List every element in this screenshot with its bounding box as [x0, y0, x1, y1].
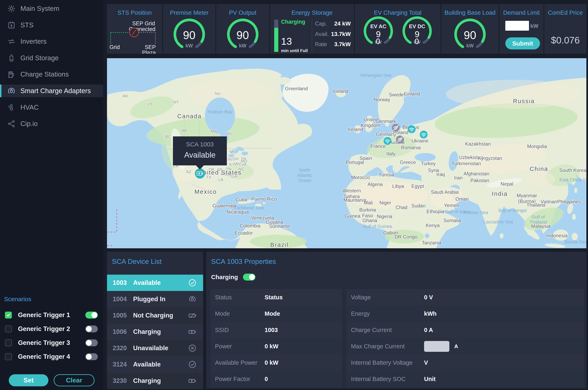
divider — [312, 20, 312, 52]
property-value: V — [424, 359, 428, 366]
sidebar-item-smart-charge-adapters[interactable]: Smart Charge Adapters — [0, 85, 103, 97]
map-label: Mexico — [194, 188, 217, 195]
scenario-checkbox[interactable] — [5, 353, 12, 360]
map-label: Afghanistan — [463, 171, 489, 176]
sidebar-item-grid-storage[interactable]: Grid Storage — [0, 52, 103, 64]
device-status: Charging — [133, 377, 161, 385]
map-label: Libya — [392, 183, 404, 189]
map-label: Caribbean Sea — [233, 205, 264, 210]
scenario-row: Generic Trigger 3 — [0, 337, 103, 348]
scenario-checkbox[interactable] — [5, 326, 12, 332]
device-id: 1006 — [113, 328, 133, 336]
building-gauge: 90 kW — [452, 17, 488, 52]
map-tooltip: SCA 1003 Available — [173, 136, 227, 165]
device-id: 1005 — [113, 312, 133, 319]
map-label: Kazakhstan — [465, 141, 491, 146]
scenario-checkbox[interactable] — [5, 312, 12, 319]
scenario-toggle[interactable] — [85, 353, 98, 360]
scenario-label: Generic Trigger 3 — [18, 339, 85, 346]
set-button[interactable]: Set — [9, 374, 48, 386]
device-row-1006[interactable]: 1006Charging — [107, 324, 203, 340]
map-label: Banda Sea — [565, 239, 586, 244]
scenario-row: Generic Trigger 2 — [0, 323, 103, 335]
svg-text:Plaza: Plaza — [142, 49, 156, 54]
device-row-2320[interactable]: 2320Unavailable — [107, 340, 203, 356]
device-row-1004[interactable]: 1004Plugged In — [107, 291, 203, 307]
map-label: Turkey — [421, 161, 436, 166]
sca-properties-panel: SCA 1003 Properties Charging StatusStatu… — [206, 252, 586, 389]
card-ev-charging-total: EV Charging Total EV AC9kW0EV DC9kW0 — [355, 4, 441, 54]
map-marker-wifi[interactable] — [420, 131, 428, 139]
property-row: Voltage0 V — [347, 289, 584, 305]
map-marker-wifi[interactable] — [384, 137, 392, 145]
property-label: Charge Current — [351, 327, 392, 334]
map-label: Gulf of Guinea — [363, 224, 392, 229]
property-row: Charge Current0 A — [347, 322, 584, 338]
map-label: MB — [211, 129, 217, 134]
map-label: Philippines — [557, 199, 581, 204]
scenario-toggle[interactable] — [85, 312, 98, 319]
map-marker-nowifi[interactable] — [392, 124, 400, 132]
demand-limit-input[interactable] — [505, 21, 529, 31]
card-premise-meter: Premise Meter 90 kW — [163, 4, 215, 54]
card-title: PV Output — [216, 9, 269, 16]
sidebar-item-label: Charge Stations — [20, 70, 69, 78]
map-label: NU — [215, 91, 221, 96]
device-row-3230[interactable]: 3230Charging — [107, 373, 203, 389]
card-energy-storage: Energy Storage Charging 13 min until Ful… — [270, 4, 354, 54]
device-id: 3124 — [113, 361, 133, 368]
card-demand-limit: Demand Limit kW Submit — [499, 4, 543, 54]
sidebar-item-inverters[interactable]: Inverters — [0, 35, 103, 48]
sidebar-item-hvac[interactable]: HVAC — [0, 101, 103, 114]
pv-gauge: 90 kW — [225, 17, 260, 52]
property-label: SSID — [215, 327, 229, 334]
gauge-unit: kW — [452, 43, 488, 49]
charging-toggle[interactable] — [243, 274, 255, 281]
max-charge-current-input[interactable] — [424, 341, 449, 352]
storage-detail-row: Cap.24 kW — [315, 20, 351, 27]
property-label: Internal Battery Voltage — [351, 359, 412, 366]
svg-text:SEP: SEP — [145, 44, 156, 50]
map-label: WV — [234, 161, 241, 166]
device-status: Available — [133, 279, 161, 287]
map-marker-nowifi[interactable] — [396, 136, 404, 144]
card-building-base-load: Building Base Load 90 kW — [441, 4, 498, 54]
gauge-value: 90 — [452, 29, 488, 42]
property-value: Unit — [424, 376, 436, 383]
device-row-1003[interactable]: 1003Available — [107, 275, 203, 291]
map-label: Puerto Rico — [251, 196, 277, 202]
sidebar-item-sts[interactable]: STS — [0, 19, 103, 31]
map-label: Ethiopia — [426, 209, 444, 214]
scenario-checkbox[interactable] — [5, 339, 12, 346]
submit-button[interactable]: Submit — [505, 37, 540, 49]
map-label: Guatemala — [213, 203, 237, 208]
scenario-toggle[interactable] — [85, 326, 98, 332]
property-value: Status — [265, 294, 283, 301]
property-row: SSID1003 — [211, 322, 342, 338]
map-label: Morocco — [351, 175, 370, 180]
device-row-3124[interactable]: 3124Available — [107, 356, 203, 373]
scenario-toggle[interactable] — [85, 339, 98, 346]
sidebar-item-charge-stations[interactable]: Charge Stations — [0, 68, 103, 81]
map-label: Cuba — [236, 197, 247, 202]
device-status: Available — [133, 361, 161, 368]
sidebar-item-cip-io[interactable]: Cip.io — [0, 117, 103, 130]
map-label: Greece — [400, 159, 416, 165]
map-label: Oman — [455, 196, 469, 202]
adapter-icon — [188, 295, 197, 303]
scenario-row: Generic Trigger 1 — [0, 309, 103, 321]
storage-detail-row: Rate3.7kW — [315, 41, 351, 48]
property-value: 0 — [265, 376, 268, 383]
sca-device-list-panel: SCA Device List 1003Available1004Plugged… — [107, 252, 203, 389]
map-label: ON — [225, 131, 231, 136]
sidebar-item-main-system[interactable]: Main System — [0, 2, 103, 15]
card-title: Building Base Load — [441, 9, 498, 16]
device-list-title: SCA Device List — [107, 252, 203, 265]
map-marker-wifi[interactable] — [408, 125, 416, 133]
world-map[interactable]: AKYTNTNUBCABSKMBONNVUTCAAZOKARMOTXLAMSAL… — [107, 58, 586, 248]
map-label: Norway — [374, 97, 390, 102]
clear-button[interactable]: Clear — [54, 374, 94, 386]
device-row-1005[interactable]: 1005Not Charging — [107, 307, 203, 324]
map-marker-charge[interactable] — [195, 168, 205, 179]
map-label: Canada — [177, 113, 202, 119]
